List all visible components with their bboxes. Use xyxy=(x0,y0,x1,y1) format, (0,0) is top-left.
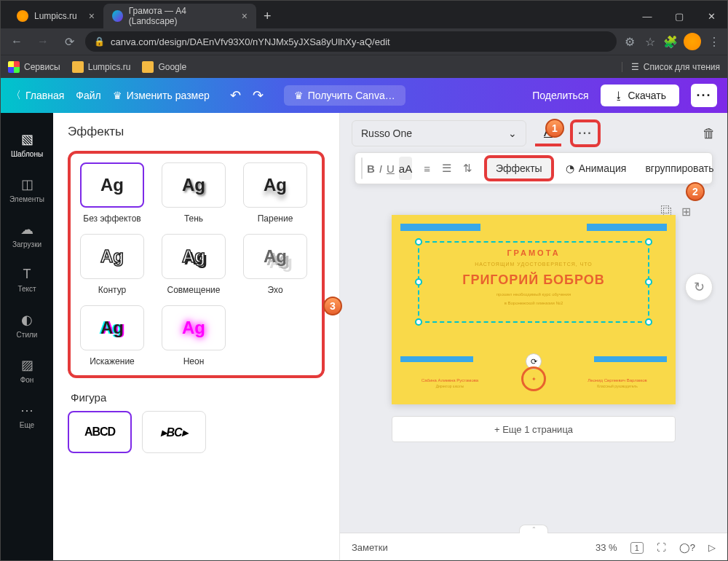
present-button[interactable]: ▷ xyxy=(708,542,716,553)
translate-icon[interactable]: ⚙ xyxy=(622,34,637,49)
bookmark-services[interactable]: Сервисы xyxy=(8,61,60,73)
effect-label: Искажение xyxy=(90,356,135,366)
rail-text[interactable]: TТекст xyxy=(1,257,53,302)
add-page-icon[interactable]: ⊞ xyxy=(681,205,691,219)
profile-avatar[interactable] xyxy=(684,33,701,50)
effect-option[interactable]: Ag xyxy=(243,234,307,279)
effect-option[interactable]: Ag xyxy=(162,305,226,350)
styles-icon: ◐ xyxy=(21,312,33,328)
folder-icon xyxy=(72,61,84,73)
group-button[interactable]: вгруппировать xyxy=(638,162,721,174)
tab-title: Lumpics.ru xyxy=(34,11,77,21)
browser-tab-canva[interactable]: Грамота — A4 (Landscape) × xyxy=(103,4,256,28)
url-text: canva.com/design/DAEnVfv93X0/nYNJMx5yJXS… xyxy=(111,36,390,47)
text-toolbar: − 27,2 + B I U aA ≡ ☰ ⇅ Эффекты 2 ◔Анима… xyxy=(355,152,713,184)
new-tab-button[interactable]: + xyxy=(256,9,279,24)
toolbar-more-button[interactable]: ··· xyxy=(570,119,601,147)
nav-reload-button[interactable]: ⟳ xyxy=(59,31,79,52)
font-name: Russo One xyxy=(361,128,412,139)
cert-sign-right[interactable]: Леонид Сергеевич Варламов Классный руков… xyxy=(581,378,654,388)
delete-button[interactable]: 🗑 xyxy=(703,126,716,141)
zoom-label[interactable]: 33 % xyxy=(596,542,617,553)
rail-uploads[interactable]: ☁Загрузки xyxy=(1,212,53,257)
page-indicator[interactable]: 1 xyxy=(630,542,644,554)
browser-address-bar: ← → ⟳ 🔒 canva.com/design/DAEnVfv93X0/nYN… xyxy=(1,28,727,55)
shape-option-curve[interactable]: ▸BC▸ xyxy=(142,411,206,453)
animation-button[interactable]: ◔Анимация xyxy=(558,162,634,174)
nav-forward-button[interactable]: → xyxy=(33,31,53,52)
add-page-button[interactable]: + Еще 1 страница xyxy=(392,416,676,442)
text-icon: T xyxy=(23,267,31,282)
get-canva-button[interactable]: ♛Получить Canva… xyxy=(284,85,405,106)
rail-templates[interactable]: ▧Шаблоны xyxy=(1,122,53,167)
effect-option[interactable]: Ag xyxy=(162,234,226,279)
position-button[interactable]: Расположение xyxy=(726,162,728,174)
more-button[interactable]: ··· xyxy=(691,84,717,107)
upper-toolbar: Russo One ⌄ A ··· 1 🗑 xyxy=(340,113,727,154)
bookmark-google[interactable]: Google xyxy=(142,61,186,73)
certificate-page[interactable]: ГРАМОТА НАСТОЯЩИМ УДОСТОВЕРЯЕТСЯ, ЧТО ГР… xyxy=(392,215,676,404)
cert-sign-left[interactable]: Сабина Алиевна Рустамова Директор школы xyxy=(414,378,486,388)
list-button[interactable]: ☰ xyxy=(442,157,451,180)
font-dropdown[interactable]: Russo One ⌄ xyxy=(352,120,526,146)
uploads-icon: ☁ xyxy=(20,221,33,238)
rail-background[interactable]: ▨Фон xyxy=(1,348,53,393)
browser-tab-lumpics[interactable]: Lumpics.ru × xyxy=(8,4,103,28)
case-button[interactable]: aA xyxy=(399,157,412,180)
rail-styles[interactable]: ◐Стили xyxy=(1,302,53,348)
help-button[interactable]: ◯? xyxy=(679,542,695,553)
templates-icon: ▧ xyxy=(21,131,33,147)
url-input[interactable]: 🔒 canva.com/design/DAEnVfv93X0/nYNJMx5yJ… xyxy=(85,31,617,52)
underline-button[interactable]: U xyxy=(387,157,395,180)
step-badge-1: 1 xyxy=(545,119,564,138)
comment-button[interactable]: ↻ xyxy=(685,273,713,301)
redo-button[interactable]: ↷ xyxy=(253,87,264,103)
star-icon[interactable]: ☆ xyxy=(643,34,657,49)
canva-top-toolbar: 〈Главная Файл ♛Изменить размер ↶ ↷ ♛Полу… xyxy=(1,78,727,113)
effect-option[interactable]: Ag xyxy=(80,234,144,279)
bookmark-lumpics[interactable]: Lumpics.ru xyxy=(72,61,131,73)
effect-label: Парение xyxy=(258,213,293,224)
expand-notes-button[interactable]: ⌃ xyxy=(519,525,548,533)
rail-elements[interactable]: ◫Элементы xyxy=(1,167,53,212)
effect-label: Совмещение xyxy=(167,285,221,295)
window-maximize-button[interactable]: ▢ xyxy=(663,4,695,28)
extension-icon[interactable]: 🧩 xyxy=(663,34,678,49)
shape-option-flat[interactable]: ABCD xyxy=(68,411,132,453)
file-button[interactable]: Файл xyxy=(76,90,100,101)
list-icon: ☰ xyxy=(631,62,639,72)
notes-button[interactable]: Заметки xyxy=(352,542,388,553)
cert-seal[interactable]: ✦ xyxy=(521,366,546,391)
spacing-button[interactable]: ⇅ xyxy=(463,157,472,180)
effects-grid: AgБез эффектовAgТеньAgПарениеAgКонтурAgС… xyxy=(68,151,325,378)
fullscreen-button[interactable]: ⛶ xyxy=(657,542,666,553)
window-close-button[interactable]: ✕ xyxy=(695,4,727,28)
reading-list-button[interactable]: ☰Список для чтения xyxy=(622,62,720,72)
more-icon: ⋯ xyxy=(20,402,33,418)
folder-icon xyxy=(142,61,154,73)
menu-icon[interactable]: ⋮ xyxy=(707,34,721,49)
share-button[interactable]: Поделиться xyxy=(532,90,588,101)
align-button[interactable]: ≡ xyxy=(424,157,430,180)
effect-label: Тень xyxy=(184,213,203,224)
effect-label: Контур xyxy=(98,285,126,295)
effect-option[interactable]: Ag xyxy=(80,162,144,208)
italic-button[interactable]: I xyxy=(379,157,382,180)
effect-option[interactable]: Ag xyxy=(80,305,144,350)
download-button[interactable]: ⭳Скачать xyxy=(601,85,680,106)
bold-button[interactable]: B xyxy=(367,157,375,180)
rail-more[interactable]: ⋯Еще xyxy=(1,393,53,438)
effect-option[interactable]: Ag xyxy=(243,162,307,208)
home-button[interactable]: 〈Главная xyxy=(11,89,64,102)
favicon-icon xyxy=(112,10,123,22)
effects-button[interactable]: Эффекты xyxy=(484,155,554,181)
tab-close-icon[interactable]: × xyxy=(242,10,248,22)
font-size-decrease[interactable]: − xyxy=(362,158,363,178)
tab-close-icon[interactable]: × xyxy=(89,10,95,22)
effect-option[interactable]: Ag xyxy=(162,162,226,208)
undo-button[interactable]: ↶ xyxy=(230,87,241,103)
effect-label: Эхо xyxy=(267,285,282,295)
resize-button[interactable]: ♛Изменить размер xyxy=(113,90,210,101)
nav-back-button[interactable]: ← xyxy=(7,31,27,52)
window-minimize-button[interactable]: — xyxy=(631,4,663,28)
